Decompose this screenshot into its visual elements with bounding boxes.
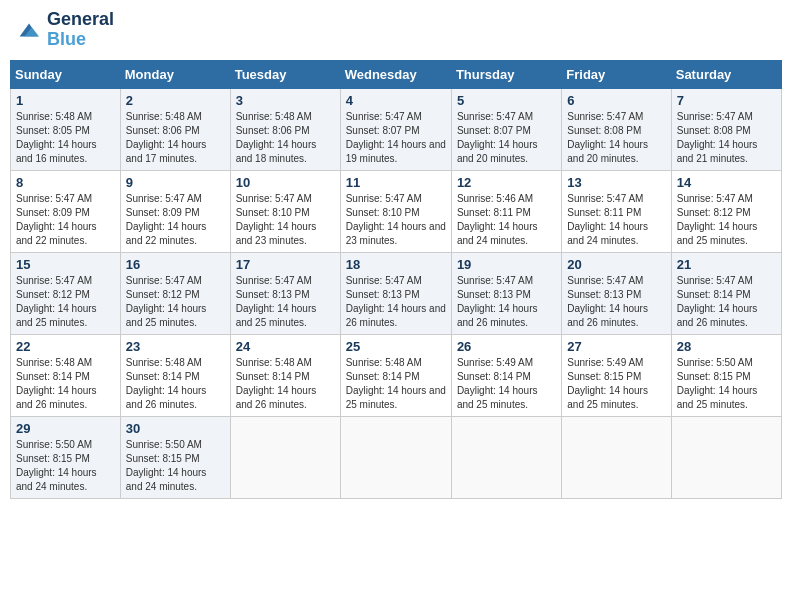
day-number: 10	[236, 175, 335, 190]
day-info: Sunrise: 5:48 AM Sunset: 8:06 PM Dayligh…	[236, 110, 335, 166]
day-info: Sunrise: 5:47 AM Sunset: 8:12 PM Dayligh…	[16, 274, 115, 330]
calendar-table: SundayMondayTuesdayWednesdayThursdayFrid…	[10, 60, 782, 499]
day-info: Sunrise: 5:47 AM Sunset: 8:14 PM Dayligh…	[677, 274, 776, 330]
day-number: 23	[126, 339, 225, 354]
weekday-header: Monday	[120, 60, 230, 88]
logo-icon	[15, 16, 43, 44]
calendar-day: 22 Sunrise: 5:48 AM Sunset: 8:14 PM Dayl…	[11, 334, 121, 416]
day-info: Sunrise: 5:46 AM Sunset: 8:11 PM Dayligh…	[457, 192, 556, 248]
calendar-day: 17 Sunrise: 5:47 AM Sunset: 8:13 PM Dayl…	[230, 252, 340, 334]
weekday-header: Friday	[562, 60, 671, 88]
calendar-day: 13 Sunrise: 5:47 AM Sunset: 8:11 PM Dayl…	[562, 170, 671, 252]
calendar-week: 15 Sunrise: 5:47 AM Sunset: 8:12 PM Dayl…	[11, 252, 782, 334]
weekday-header: Saturday	[671, 60, 781, 88]
calendar-day: 30 Sunrise: 5:50 AM Sunset: 8:15 PM Dayl…	[120, 416, 230, 498]
day-info: Sunrise: 5:47 AM Sunset: 8:12 PM Dayligh…	[126, 274, 225, 330]
weekday-header: Sunday	[11, 60, 121, 88]
day-number: 7	[677, 93, 776, 108]
calendar-day: 20 Sunrise: 5:47 AM Sunset: 8:13 PM Dayl…	[562, 252, 671, 334]
calendar-day	[340, 416, 451, 498]
day-info: Sunrise: 5:47 AM Sunset: 8:11 PM Dayligh…	[567, 192, 665, 248]
day-info: Sunrise: 5:47 AM Sunset: 8:13 PM Dayligh…	[457, 274, 556, 330]
day-info: Sunrise: 5:47 AM Sunset: 8:13 PM Dayligh…	[346, 274, 446, 330]
day-number: 30	[126, 421, 225, 436]
day-number: 26	[457, 339, 556, 354]
day-info: Sunrise: 5:48 AM Sunset: 8:05 PM Dayligh…	[16, 110, 115, 166]
day-number: 27	[567, 339, 665, 354]
day-number: 8	[16, 175, 115, 190]
day-number: 4	[346, 93, 446, 108]
day-number: 15	[16, 257, 115, 272]
day-number: 12	[457, 175, 556, 190]
weekday-header: Tuesday	[230, 60, 340, 88]
calendar-day	[671, 416, 781, 498]
calendar-day: 2 Sunrise: 5:48 AM Sunset: 8:06 PM Dayli…	[120, 88, 230, 170]
weekday-header: Thursday	[451, 60, 561, 88]
calendar-day: 3 Sunrise: 5:48 AM Sunset: 8:06 PM Dayli…	[230, 88, 340, 170]
calendar-header: SundayMondayTuesdayWednesdayThursdayFrid…	[11, 60, 782, 88]
day-number: 24	[236, 339, 335, 354]
day-info: Sunrise: 5:47 AM Sunset: 8:08 PM Dayligh…	[567, 110, 665, 166]
calendar-day: 8 Sunrise: 5:47 AM Sunset: 8:09 PM Dayli…	[11, 170, 121, 252]
day-number: 13	[567, 175, 665, 190]
calendar-day: 28 Sunrise: 5:50 AM Sunset: 8:15 PM Dayl…	[671, 334, 781, 416]
day-number: 11	[346, 175, 446, 190]
day-number: 2	[126, 93, 225, 108]
calendar-week: 1 Sunrise: 5:48 AM Sunset: 8:05 PM Dayli…	[11, 88, 782, 170]
day-info: Sunrise: 5:47 AM Sunset: 8:10 PM Dayligh…	[236, 192, 335, 248]
calendar-day: 24 Sunrise: 5:48 AM Sunset: 8:14 PM Dayl…	[230, 334, 340, 416]
day-info: Sunrise: 5:47 AM Sunset: 8:07 PM Dayligh…	[457, 110, 556, 166]
day-info: Sunrise: 5:47 AM Sunset: 8:13 PM Dayligh…	[567, 274, 665, 330]
day-info: Sunrise: 5:49 AM Sunset: 8:14 PM Dayligh…	[457, 356, 556, 412]
day-number: 6	[567, 93, 665, 108]
day-number: 21	[677, 257, 776, 272]
day-number: 17	[236, 257, 335, 272]
calendar-day: 26 Sunrise: 5:49 AM Sunset: 8:14 PM Dayl…	[451, 334, 561, 416]
day-info: Sunrise: 5:48 AM Sunset: 8:06 PM Dayligh…	[126, 110, 225, 166]
calendar-day: 5 Sunrise: 5:47 AM Sunset: 8:07 PM Dayli…	[451, 88, 561, 170]
calendar-day: 15 Sunrise: 5:47 AM Sunset: 8:12 PM Dayl…	[11, 252, 121, 334]
calendar-day: 18 Sunrise: 5:47 AM Sunset: 8:13 PM Dayl…	[340, 252, 451, 334]
day-info: Sunrise: 5:47 AM Sunset: 8:09 PM Dayligh…	[16, 192, 115, 248]
calendar-day: 23 Sunrise: 5:48 AM Sunset: 8:14 PM Dayl…	[120, 334, 230, 416]
day-number: 19	[457, 257, 556, 272]
calendar-day: 19 Sunrise: 5:47 AM Sunset: 8:13 PM Dayl…	[451, 252, 561, 334]
day-info: Sunrise: 5:48 AM Sunset: 8:14 PM Dayligh…	[126, 356, 225, 412]
calendar-day: 12 Sunrise: 5:46 AM Sunset: 8:11 PM Dayl…	[451, 170, 561, 252]
day-number: 18	[346, 257, 446, 272]
day-info: Sunrise: 5:47 AM Sunset: 8:08 PM Dayligh…	[677, 110, 776, 166]
calendar-day	[562, 416, 671, 498]
day-number: 5	[457, 93, 556, 108]
calendar-day: 11 Sunrise: 5:47 AM Sunset: 8:10 PM Dayl…	[340, 170, 451, 252]
page-header: General Blue	[10, 10, 782, 50]
day-number: 28	[677, 339, 776, 354]
calendar-day	[230, 416, 340, 498]
calendar-week: 22 Sunrise: 5:48 AM Sunset: 8:14 PM Dayl…	[11, 334, 782, 416]
day-info: Sunrise: 5:47 AM Sunset: 8:13 PM Dayligh…	[236, 274, 335, 330]
calendar-day: 21 Sunrise: 5:47 AM Sunset: 8:14 PM Dayl…	[671, 252, 781, 334]
day-info: Sunrise: 5:49 AM Sunset: 8:15 PM Dayligh…	[567, 356, 665, 412]
day-info: Sunrise: 5:50 AM Sunset: 8:15 PM Dayligh…	[16, 438, 115, 494]
calendar-day: 29 Sunrise: 5:50 AM Sunset: 8:15 PM Dayl…	[11, 416, 121, 498]
day-info: Sunrise: 5:47 AM Sunset: 8:07 PM Dayligh…	[346, 110, 446, 166]
day-number: 20	[567, 257, 665, 272]
calendar-day: 7 Sunrise: 5:47 AM Sunset: 8:08 PM Dayli…	[671, 88, 781, 170]
calendar-day: 6 Sunrise: 5:47 AM Sunset: 8:08 PM Dayli…	[562, 88, 671, 170]
weekday-header: Wednesday	[340, 60, 451, 88]
calendar-week: 8 Sunrise: 5:47 AM Sunset: 8:09 PM Dayli…	[11, 170, 782, 252]
calendar-day	[451, 416, 561, 498]
day-number: 14	[677, 175, 776, 190]
calendar-day: 25 Sunrise: 5:48 AM Sunset: 8:14 PM Dayl…	[340, 334, 451, 416]
day-number: 3	[236, 93, 335, 108]
day-info: Sunrise: 5:48 AM Sunset: 8:14 PM Dayligh…	[236, 356, 335, 412]
calendar-week: 29 Sunrise: 5:50 AM Sunset: 8:15 PM Dayl…	[11, 416, 782, 498]
day-number: 22	[16, 339, 115, 354]
day-info: Sunrise: 5:47 AM Sunset: 8:09 PM Dayligh…	[126, 192, 225, 248]
day-number: 29	[16, 421, 115, 436]
day-number: 9	[126, 175, 225, 190]
calendar-day: 27 Sunrise: 5:49 AM Sunset: 8:15 PM Dayl…	[562, 334, 671, 416]
day-info: Sunrise: 5:47 AM Sunset: 8:10 PM Dayligh…	[346, 192, 446, 248]
calendar-day: 14 Sunrise: 5:47 AM Sunset: 8:12 PM Dayl…	[671, 170, 781, 252]
day-info: Sunrise: 5:50 AM Sunset: 8:15 PM Dayligh…	[126, 438, 225, 494]
logo-text: General Blue	[47, 10, 114, 50]
